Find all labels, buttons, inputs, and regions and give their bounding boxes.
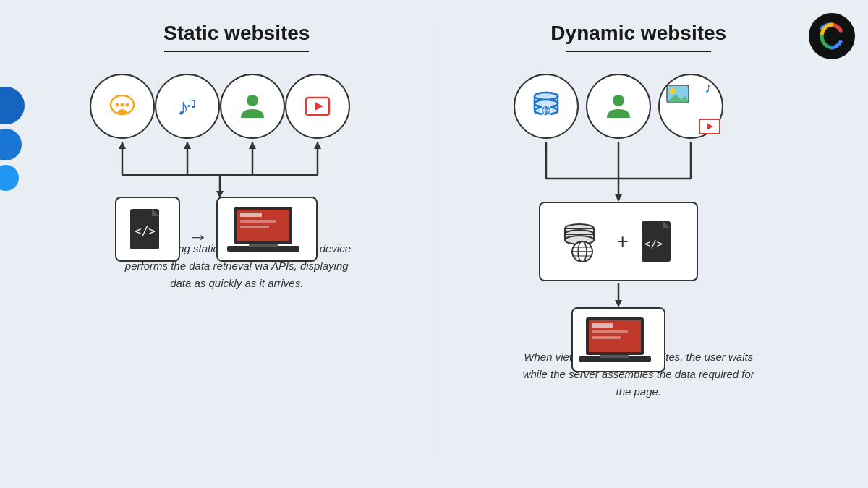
svg-point-13 [116,103,119,107]
dynamic-server-code-box: + </> [539,202,698,281]
dynamic-layout: ♪ [438,74,840,401]
dynamic-person-icon-circle [586,74,651,139]
dynamic-title: Dynamic websites [550,22,726,45]
static-code-file-box: </> [115,197,180,262]
deco-circle-3 [0,165,19,191]
dynamic-icons-connector: ♪ [487,74,791,348]
svg-point-14 [121,103,124,107]
static-person-icon-circle [220,74,285,139]
svg-text:</>: </> [135,224,156,238]
static-chat-icon-circle [90,74,155,139]
static-music-icon-circle: ♪ ♫ [155,74,220,139]
svg-rect-71 [592,336,621,339]
static-arrow-right: → [187,226,208,249]
svg-marker-20 [315,102,323,111]
svg-rect-27 [240,220,276,223]
static-title-underline [164,51,309,52]
static-title: Static websites [163,22,310,45]
svg-point-18 [247,95,258,106]
svg-rect-69 [592,323,613,328]
svg-marker-38 [615,300,622,307]
decorative-blobs [0,87,25,191]
svg-rect-26 [240,213,262,217]
svg-marker-10 [314,142,321,149]
svg-point-41 [535,93,558,100]
dynamic-title-underline [566,51,711,52]
svg-marker-8 [184,142,191,149]
main-container: Static websites [0,0,868,488]
svg-marker-36 [615,194,622,202]
svg-text:♫: ♫ [186,95,197,111]
dynamic-db-icon-circle [514,74,579,139]
static-panel: Static websites [22,0,438,488]
svg-point-50 [670,88,676,94]
svg-rect-28 [240,226,269,228]
svg-rect-30 [249,244,278,247]
deco-circle-1 [0,87,25,124]
svg-text:♪: ♪ [705,80,712,95]
dynamic-laptop-box [571,307,665,372]
static-icons-connector: ♪ ♫ [85,74,388,218]
dynamic-combo-icon-circle: ♪ [658,74,723,139]
static-video-icon-circle [285,74,350,139]
static-laptop-box [216,197,318,262]
svg-text:</>: </> [644,238,663,249]
svg-marker-53 [707,123,713,130]
svg-rect-73 [600,355,629,358]
svg-marker-7 [119,142,126,149]
svg-point-48 [613,95,624,106]
svg-rect-70 [592,330,628,333]
dynamic-panel: Dynamic websites [438,0,847,488]
deco-circle-2 [0,129,22,160]
svg-point-15 [126,103,129,107]
static-layout: ♪ ♫ [36,74,438,292]
plus-symbol: + [617,230,629,253]
svg-marker-9 [249,142,256,149]
